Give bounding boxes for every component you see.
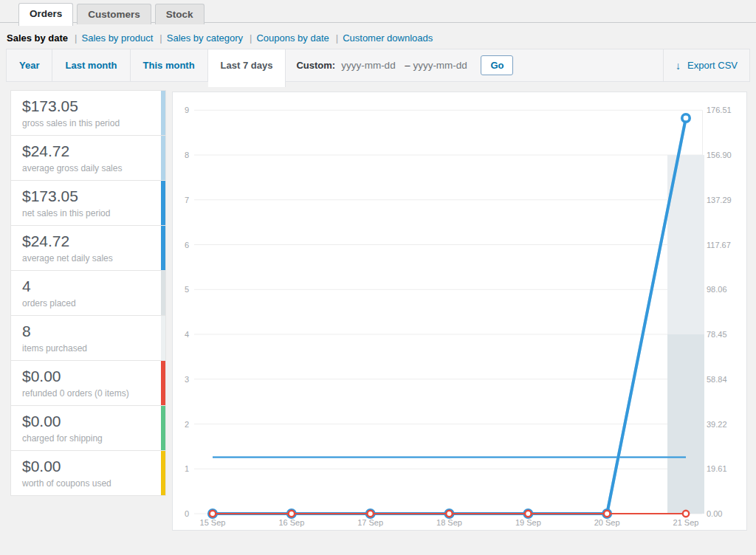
- custom-range-section: Custom: – Go: [286, 49, 523, 81]
- sales-chart: [173, 92, 746, 530]
- stat-color-bar: [161, 405, 165, 451]
- stat-items-purchased: 8 items purchased: [10, 315, 166, 361]
- separator: |: [159, 32, 162, 44]
- stat-orders-placed: 4 orders placed: [10, 270, 166, 316]
- export-csv-button[interactable]: ↓ Export CSV: [663, 49, 749, 81]
- stat-label: refunded 0 orders (0 items): [22, 388, 151, 399]
- stat-color-bar: [161, 360, 165, 406]
- separator: |: [250, 32, 252, 44]
- range-tab-last-month[interactable]: Last month: [52, 49, 130, 81]
- stat-color-bar: [161, 90, 165, 136]
- stat-label: average gross daily sales: [22, 163, 151, 173]
- stat-shipping: $0.00 charged for shipping: [10, 405, 166, 451]
- custom-to-input[interactable]: [413, 60, 473, 71]
- chart-shape: [213, 118, 686, 514]
- stat-label: gross sales in this period: [22, 118, 151, 128]
- tab-customers[interactable]: Customers: [77, 4, 151, 24]
- stat-color-bar: [161, 315, 165, 361]
- chart-shape: [604, 511, 610, 517]
- stat-gross-sales: $173.05 gross sales in this period: [10, 90, 166, 136]
- stat-amount: $24.72: [22, 142, 151, 160]
- stat-amount: 8: [22, 323, 151, 340]
- subnav-item-customer-downloads[interactable]: Customer downloads: [343, 32, 433, 44]
- chart-shape: [525, 511, 531, 517]
- sales-summary-sidebar: $173.05 gross sales in this period $24.7…: [10, 90, 166, 496]
- range-tab-last-7-days[interactable]: Last 7 days: [208, 49, 286, 87]
- stat-color-bar: [161, 135, 165, 181]
- tab-stock[interactable]: Stock: [155, 4, 205, 24]
- separator: |: [336, 32, 338, 44]
- stat-color-bar: [161, 450, 165, 496]
- export-csv-label: Export CSV: [687, 60, 738, 71]
- stat-amount: $0.00: [22, 368, 151, 385]
- chart-shape: [213, 118, 686, 514]
- separator: |: [75, 32, 77, 44]
- chart-shape: [682, 114, 690, 122]
- chart-shape: [683, 511, 689, 517]
- stat-color-bar: [161, 270, 165, 316]
- stat-net-sales: $173.05 net sales in this period: [10, 180, 166, 226]
- chart-shape: [446, 511, 452, 517]
- download-icon: ↓: [676, 60, 681, 72]
- subnav-item-sales-by-product[interactable]: Sales by product: [82, 32, 154, 44]
- stat-color-bar: [161, 225, 165, 271]
- stat-label: orders placed: [22, 298, 151, 308]
- stat-label: charged for shipping: [22, 433, 151, 444]
- subnav-item-sales-by-date[interactable]: Sales by date: [7, 32, 68, 44]
- chart-shape: [210, 511, 216, 517]
- stat-label: worth of coupons used: [22, 478, 151, 489]
- stat-amount: 4: [22, 278, 151, 295]
- custom-range-label: Custom:: [296, 60, 335, 71]
- stat-color-bar: [161, 180, 165, 226]
- stat-amount: $24.72: [22, 232, 151, 250]
- tab-orders[interactable]: Orders: [18, 3, 73, 26]
- date-range-dash: –: [405, 60, 410, 71]
- stat-label: net sales in this period: [22, 208, 151, 218]
- stat-label: items purchased: [22, 343, 151, 354]
- stat-label: average net daily sales: [22, 253, 151, 263]
- chart-shape: [667, 334, 704, 514]
- stat-amount: $173.05: [22, 97, 151, 115]
- stat-amount: $0.00: [22, 458, 151, 475]
- stat-refunded: $0.00 refunded 0 orders (0 items): [10, 360, 166, 406]
- stat-amount: $0.00: [22, 413, 151, 430]
- range-tab-year[interactable]: Year: [7, 49, 52, 81]
- chart-shape: [289, 511, 295, 517]
- subnav-item-coupons-by-date[interactable]: Coupons by date: [256, 32, 329, 44]
- stat-average-gross: $24.72 average gross daily sales: [10, 135, 166, 181]
- go-button[interactable]: Go: [481, 55, 513, 75]
- custom-from-input[interactable]: [341, 60, 402, 71]
- report-subnav: Sales by date|Sales by product|Sales by …: [0, 23, 756, 44]
- subnav-item-sales-by-category[interactable]: Sales by category: [167, 32, 243, 44]
- stat-average-net: $24.72 average net daily sales: [10, 225, 166, 271]
- main-tab-bar: OrdersCustomersStock: [0, 0, 756, 23]
- date-range-toolbar: YearLast monthThis monthLast 7 days Cust…: [6, 49, 750, 82]
- range-tab-this-month[interactable]: This month: [131, 49, 208, 81]
- woocommerce-reports-page: OrdersCustomersStock Sales by date|Sales…: [0, 0, 756, 44]
- stat-amount: $173.05: [22, 187, 151, 205]
- sales-chart-panel: 01234567890.0019.6139.2258.8478.4598.061…: [172, 92, 747, 531]
- chart-shape: [367, 511, 373, 517]
- stat-coupons: $0.00 worth of coupons used: [10, 450, 166, 496]
